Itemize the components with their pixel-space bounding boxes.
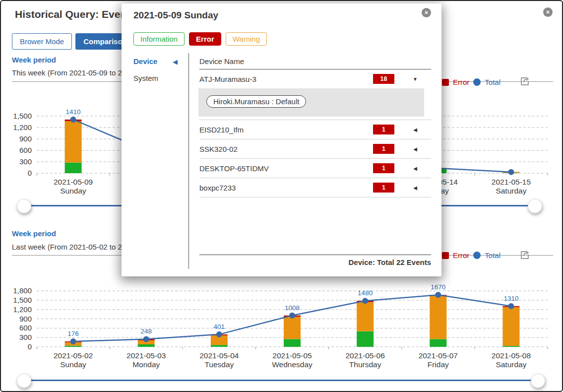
bar-segment-warning[interactable] [65,121,82,163]
x-tick-weekday: Saturday [496,360,526,369]
bar-segment-information[interactable] [430,339,446,347]
bar-segment-warning[interactable] [502,307,519,346]
x-tick-label: 2021-05-06 [345,351,384,360]
sidebar-item-device[interactable]: Device [133,57,157,65]
severity-filters: Information Error Warning [133,32,267,46]
device-row[interactable]: boxpc72331◀ [199,178,431,197]
error-legend-swatch[interactable] [442,79,449,86]
total-legend-label[interactable]: Total [485,251,500,260]
page-title: Historical Query: Events [15,8,136,20]
y-tick-label: 600 [19,146,32,154]
dialog-close-icon[interactable]: ✕ [422,8,431,17]
x-tick-weekday: Monday [132,360,160,369]
information-filter-button[interactable]: Information [133,32,185,46]
time-range-slider-2[interactable] [24,380,537,381]
dialog-divider [188,53,189,269]
error-legend-label[interactable]: Error [453,78,469,86]
total-point[interactable] [289,313,295,319]
device-table: Device Name ATJ-Muramasu-318▼Hiroki.Mura… [199,57,431,197]
device-name: boxpc7233 [199,184,236,192]
caret-left-icon[interactable]: ◀ [410,166,421,171]
total-value-label: 1410 [66,108,81,116]
export-icon[interactable] [519,250,530,261]
x-tick-weekday: Thursday [349,360,381,369]
y-tick-label: 0 [28,169,32,177]
slider-2-handle-right[interactable] [531,374,545,388]
slider-2-handle-left[interactable] [17,374,31,388]
total-legend-swatch[interactable] [473,78,481,86]
sidebar-pointer-icon: ◀ [173,58,178,65]
page-close-icon[interactable]: ✕ [543,7,553,17]
sidebar-item-system[interactable]: System [133,74,158,82]
device-row[interactable]: ATJ-Muramasu-318▼ [199,69,431,88]
browser-mode-button[interactable]: Brower Mode [12,33,72,50]
device-name-header: Device Name [199,57,431,69]
total-point[interactable] [70,117,76,123]
bar-segment-warning[interactable] [284,317,301,339]
total-legend-swatch[interactable] [473,252,481,259]
bar-segment-information[interactable] [65,163,82,173]
bar-segment-information[interactable] [65,345,82,347]
total-point[interactable] [508,303,514,309]
device-detail-panel: Hiroki.Muramasu : Default [198,88,424,117]
total-value-label: 1670 [431,283,445,291]
x-tick-label: 2021-05-05 [272,351,312,360]
x-tick-label: 2021-05-09 [54,178,93,186]
device-row[interactable]: EISD210_Ifm1◀ [199,120,431,139]
error-count-badge: 18 [373,74,394,84]
x-tick-weekday: Sunday [60,187,86,195]
y-tick-label: 1,200 [13,305,32,314]
caret-down-icon[interactable]: ▼ [410,76,421,82]
x-tick-label: 2021-05-08 [492,351,531,360]
x-tick-label: 2021-05-07 [419,351,458,360]
total-point[interactable] [70,338,76,344]
y-tick-label: 1,500 [13,296,32,304]
total-point[interactable] [362,298,368,304]
device-name: ATJ-Muramasu-3 [199,75,256,83]
total-point[interactable] [143,336,149,342]
bar-segment-information[interactable] [284,339,301,347]
caret-left-icon[interactable]: ◀ [410,146,421,152]
export-icon[interactable] [519,76,530,87]
total-value-label: 176 [67,330,79,337]
bar-segment-warning[interactable] [430,296,446,339]
slider-1-handle-left[interactable] [17,199,31,213]
events-chart-last-week: 03006009001,2001,5001,800176248401100814… [1,280,563,380]
chart-legend-1: Error Total [442,78,500,86]
total-legend-label[interactable]: Total [485,78,500,86]
y-tick-label: 300 [19,157,32,166]
x-tick-weekday: Saturday [496,187,526,195]
y-tick-label: 0 [28,342,32,351]
total-point[interactable] [216,331,222,337]
x-tick-weekday: Tuesday [204,360,234,369]
bar-segment-information[interactable] [502,346,519,347]
warning-filter-button[interactable]: Warning [226,32,267,46]
total-value-label: 1008 [285,304,300,312]
error-legend-label[interactable]: Error [453,251,469,260]
bar-segment-information[interactable] [138,344,155,347]
error-count-badge: 1 [373,144,394,154]
chart-legend-2: Error Total [442,251,500,260]
device-row[interactable]: DESKTOP-65TIDMV1◀ [199,158,431,178]
slider-1-handle-right[interactable] [528,199,542,213]
y-tick-label: 1,800 [13,286,32,295]
y-tick-label: 1,500 [13,112,32,120]
error-legend-swatch[interactable] [442,252,449,259]
bar-segment-information[interactable] [211,345,228,347]
bar-segment-warning[interactable] [357,302,374,331]
y-tick-label: 1,200 [13,123,32,131]
bar-segment-information[interactable] [357,331,374,347]
device-row[interactable]: SSK320-021◀ [199,139,431,158]
total-value-label: 401 [214,323,225,330]
device-row-list: ATJ-Muramasu-318▼Hiroki.Muramasu : Defau… [199,69,431,197]
total-point[interactable] [435,292,441,298]
device-name: SSK320-02 [199,145,238,153]
caret-left-icon[interactable]: ◀ [410,127,421,132]
x-tick-weekday: Sunday [60,360,86,369]
error-filter-button[interactable]: Error [189,32,221,46]
day-detail-dialog: 2021-05-09 Sunday ✕ Information Error Wa… [122,3,441,276]
dialog-title: 2021-05-09 Sunday [133,10,218,21]
caret-left-icon[interactable]: ◀ [410,185,421,191]
y-tick-label: 900 [19,315,32,323]
total-point[interactable] [508,169,514,175]
